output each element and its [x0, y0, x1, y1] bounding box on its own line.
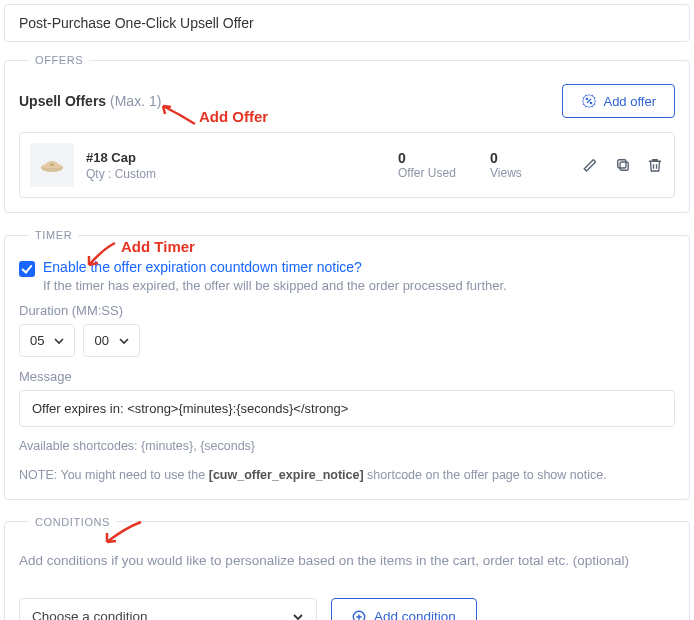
svg-point-1	[591, 102, 593, 104]
offers-legend: OFFERS	[29, 54, 89, 66]
minutes-select[interactable]: 05	[19, 324, 75, 357]
svg-rect-4	[620, 162, 628, 170]
plus-circle-icon	[352, 610, 366, 620]
product-name: #18 Cap	[86, 150, 386, 165]
duration-label: Duration (MM:SS)	[19, 303, 675, 318]
timer-legend: TIMER	[29, 229, 78, 241]
message-label: Message	[19, 369, 675, 384]
conditions-panel: CONDITIONS Add conditions if you would l…	[4, 516, 690, 621]
conditions-description: Add conditions if you would like to pers…	[19, 552, 675, 571]
offers-panel: OFFERS Upsell Offers (Max. 1) Add offer …	[4, 54, 690, 213]
enable-timer-help: If the timer has expired, the offer will…	[43, 278, 507, 293]
message-input[interactable]	[19, 390, 675, 427]
discount-icon	[581, 93, 597, 109]
product-qty: Qty : Custom	[86, 167, 386, 181]
stat-offer-used: 0 Offer Used	[398, 150, 478, 180]
offer-row: #18 Cap Qty : Custom 0 Offer Used 0 View…	[19, 132, 675, 198]
enable-timer-checkbox[interactable]	[19, 261, 35, 277]
shortcode-note: NOTE: You might need to use the [cuw_off…	[19, 466, 675, 485]
offers-title: Upsell Offers (Max. 1)	[19, 93, 161, 109]
add-condition-button[interactable]: Add condition	[331, 598, 477, 620]
annotation-add-timer: Add Timer	[121, 238, 195, 255]
timer-panel: TIMER Add Timer Enable the offer expirat…	[4, 229, 690, 500]
product-thumbnail	[30, 143, 74, 187]
svg-rect-3	[50, 164, 54, 166]
edit-icon[interactable]	[582, 156, 600, 174]
chevron-down-icon	[292, 611, 304, 620]
trash-icon[interactable]	[646, 156, 664, 174]
copy-icon[interactable]	[614, 156, 632, 174]
shortcodes-hint: Available shortcodes: {minutes}, {second…	[19, 437, 675, 456]
seconds-select[interactable]: 00	[83, 324, 139, 357]
svg-rect-5	[618, 160, 626, 168]
svg-point-0	[587, 98, 589, 100]
enable-timer-label: Enable the offer expiration countdown ti…	[43, 259, 507, 275]
chevron-down-icon	[119, 336, 129, 346]
chevron-down-icon	[54, 336, 64, 346]
page-title: Post-Purchase One-Click Upsell Offer	[4, 4, 690, 42]
add-offer-button[interactable]: Add offer	[562, 84, 675, 118]
stat-views: 0 Views	[490, 150, 570, 180]
condition-select[interactable]: Choose a condition	[19, 598, 317, 620]
conditions-legend: CONDITIONS	[29, 516, 116, 528]
